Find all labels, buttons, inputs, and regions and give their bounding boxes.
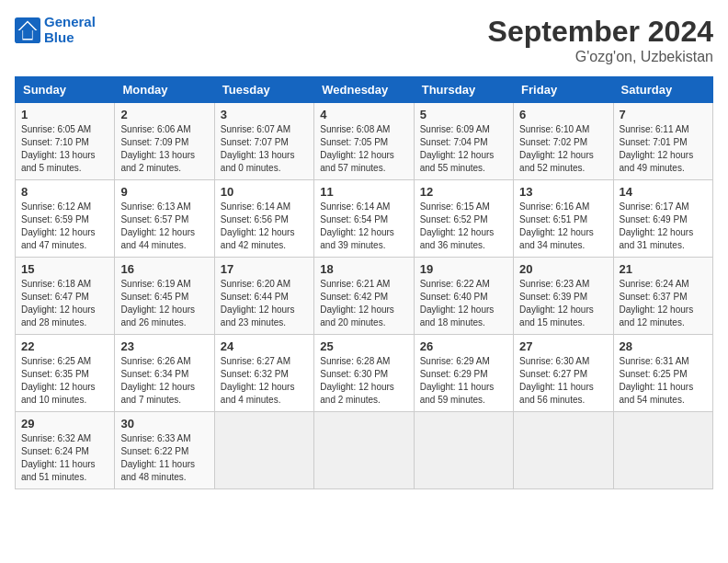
week-row-5: 29 Sunrise: 6:32 AMSunset: 6:24 PMDaylig… [16, 412, 713, 489]
day-number: 7 [620, 108, 707, 121]
day-number: 22 [21, 339, 108, 353]
day-detail: Sunrise: 6:08 AMSunset: 7:05 PMDaylight:… [320, 123, 407, 175]
col-saturday: Saturday [613, 77, 712, 103]
day-number: 21 [620, 262, 707, 276]
day-number: 11 [320, 185, 407, 199]
empty-cell [214, 412, 313, 489]
table-row: 21 Sunrise: 6:24 AMSunset: 6:37 PMDaylig… [613, 258, 712, 335]
day-detail: Sunrise: 6:22 AMSunset: 6:40 PMDaylight:… [420, 278, 507, 329]
table-row: 8 Sunrise: 6:12 AMSunset: 6:59 PMDayligh… [16, 180, 115, 258]
table-row: 2 Sunrise: 6:06 AMSunset: 7:09 PMDayligh… [115, 103, 214, 180]
table-row: 28 Sunrise: 6:31 AMSunset: 6:25 PMDaylig… [613, 335, 712, 412]
table-row: 13 Sunrise: 6:16 AMSunset: 6:51 PMDaylig… [514, 180, 613, 258]
table-row: 26 Sunrise: 6:29 AMSunset: 6:29 PMDaylig… [414, 335, 513, 412]
empty-cell [414, 412, 513, 489]
day-number: 28 [620, 339, 707, 353]
table-row: 29 Sunrise: 6:32 AMSunset: 6:24 PMDaylig… [16, 412, 115, 489]
table-row: 25 Sunrise: 6:28 AMSunset: 6:30 PMDaylig… [314, 335, 414, 412]
day-detail: Sunrise: 6:29 AMSunset: 6:29 PMDaylight:… [420, 355, 507, 407]
day-detail: Sunrise: 6:15 AMSunset: 6:52 PMDaylight:… [420, 201, 507, 252]
day-detail: Sunrise: 6:19 AMSunset: 6:45 PMDaylight:… [120, 278, 208, 329]
day-number: 10 [221, 185, 308, 199]
day-detail: Sunrise: 6:25 AMSunset: 6:35 PMDaylight:… [21, 355, 108, 407]
day-detail: Sunrise: 6:14 AMSunset: 6:56 PMDaylight:… [221, 201, 308, 252]
day-detail: Sunrise: 6:32 AMSunset: 6:24 PMDaylight:… [21, 432, 108, 484]
table-row: 30 Sunrise: 6:33 AMSunset: 6:22 PMDaylig… [115, 412, 214, 489]
day-detail: Sunrise: 6:27 AMSunset: 6:32 PMDaylight:… [221, 355, 308, 407]
day-number: 30 [120, 417, 208, 431]
col-friday: Friday [514, 77, 613, 103]
table-row: 27 Sunrise: 6:30 AMSunset: 6:27 PMDaylig… [514, 335, 613, 412]
week-row-3: 15 Sunrise: 6:18 AMSunset: 6:47 PMDaylig… [16, 258, 713, 335]
week-row-4: 22 Sunrise: 6:25 AMSunset: 6:35 PMDaylig… [16, 335, 713, 412]
logo-icon [15, 17, 40, 43]
day-detail: Sunrise: 6:30 AMSunset: 6:27 PMDaylight:… [519, 355, 607, 407]
table-row: 10 Sunrise: 6:14 AMSunset: 6:56 PMDaylig… [214, 180, 313, 258]
col-tuesday: Tuesday [214, 77, 313, 103]
day-number: 9 [120, 185, 208, 199]
day-number: 14 [620, 185, 707, 199]
empty-cell [314, 412, 414, 489]
day-detail: Sunrise: 6:26 AMSunset: 6:34 PMDaylight:… [120, 355, 208, 407]
page-header: General Blue September 2024 G'ozg'on, Uz… [15, 15, 713, 65]
table-row: 1 Sunrise: 6:05 AMSunset: 7:10 PMDayligh… [16, 103, 115, 180]
day-detail: Sunrise: 6:11 AMSunset: 7:01 PMDaylight:… [620, 123, 707, 175]
day-number: 3 [221, 108, 308, 121]
day-number: 23 [120, 339, 208, 353]
day-number: 13 [519, 185, 607, 199]
day-detail: Sunrise: 6:12 AMSunset: 6:59 PMDaylight:… [21, 201, 108, 252]
table-row: 24 Sunrise: 6:27 AMSunset: 6:32 PMDaylig… [214, 335, 313, 412]
day-number: 2 [120, 108, 208, 121]
day-number: 20 [519, 262, 607, 276]
col-sunday: Sunday [16, 77, 115, 103]
table-row: 4 Sunrise: 6:08 AMSunset: 7:05 PMDayligh… [314, 103, 414, 180]
day-number: 26 [420, 339, 507, 353]
day-detail: Sunrise: 6:17 AMSunset: 6:49 PMDaylight:… [620, 201, 707, 252]
day-number: 15 [21, 262, 108, 276]
table-row: 17 Sunrise: 6:20 AMSunset: 6:44 PMDaylig… [214, 258, 313, 335]
day-number: 29 [21, 417, 108, 431]
calendar-header-row: Sunday Monday Tuesday Wednesday Thursday… [16, 77, 713, 103]
day-detail: Sunrise: 6:06 AMSunset: 7:09 PMDaylight:… [120, 123, 208, 175]
table-row: 23 Sunrise: 6:26 AMSunset: 6:34 PMDaylig… [115, 335, 214, 412]
day-number: 5 [420, 108, 507, 121]
week-row-2: 8 Sunrise: 6:12 AMSunset: 6:59 PMDayligh… [16, 180, 713, 258]
location: G'ozg'on, Uzbekistan [488, 49, 713, 65]
table-row: 5 Sunrise: 6:09 AMSunset: 7:04 PMDayligh… [414, 103, 513, 180]
day-detail: Sunrise: 6:10 AMSunset: 7:02 PMDaylight:… [519, 123, 607, 175]
table-row: 7 Sunrise: 6:11 AMSunset: 7:01 PMDayligh… [613, 103, 712, 180]
table-row: 11 Sunrise: 6:14 AMSunset: 6:54 PMDaylig… [314, 180, 414, 258]
day-detail: Sunrise: 6:21 AMSunset: 6:42 PMDaylight:… [320, 278, 407, 329]
day-detail: Sunrise: 6:24 AMSunset: 6:37 PMDaylight:… [620, 278, 707, 329]
day-detail: Sunrise: 6:07 AMSunset: 7:07 PMDaylight:… [221, 123, 308, 175]
month-title: September 2024 [488, 15, 713, 49]
calendar-table: Sunday Monday Tuesday Wednesday Thursday… [15, 76, 713, 489]
day-detail: Sunrise: 6:23 AMSunset: 6:39 PMDaylight:… [519, 278, 607, 329]
day-detail: Sunrise: 6:20 AMSunset: 6:44 PMDaylight:… [221, 278, 308, 329]
day-number: 19 [420, 262, 507, 276]
title-block: September 2024 G'ozg'on, Uzbekistan [488, 15, 713, 65]
day-detail: Sunrise: 6:31 AMSunset: 6:25 PMDaylight:… [620, 355, 707, 407]
table-row: 19 Sunrise: 6:22 AMSunset: 6:40 PMDaylig… [414, 258, 513, 335]
col-monday: Monday [115, 77, 214, 103]
logo-text: General Blue [44, 15, 96, 45]
day-number: 18 [320, 262, 407, 276]
day-number: 17 [221, 262, 308, 276]
day-number: 1 [21, 108, 108, 121]
table-row: 15 Sunrise: 6:18 AMSunset: 6:47 PMDaylig… [16, 258, 115, 335]
table-row: 9 Sunrise: 6:13 AMSunset: 6:57 PMDayligh… [115, 180, 214, 258]
day-number: 25 [320, 339, 407, 353]
day-number: 24 [221, 339, 308, 353]
day-detail: Sunrise: 6:14 AMSunset: 6:54 PMDaylight:… [320, 201, 407, 252]
col-wednesday: Wednesday [314, 77, 414, 103]
day-number: 4 [320, 108, 407, 121]
table-row: 6 Sunrise: 6:10 AMSunset: 7:02 PMDayligh… [514, 103, 613, 180]
day-detail: Sunrise: 6:28 AMSunset: 6:30 PMDaylight:… [320, 355, 407, 407]
table-row: 3 Sunrise: 6:07 AMSunset: 7:07 PMDayligh… [214, 103, 313, 180]
table-row: 20 Sunrise: 6:23 AMSunset: 6:39 PMDaylig… [514, 258, 613, 335]
week-row-1: 1 Sunrise: 6:05 AMSunset: 7:10 PMDayligh… [16, 103, 713, 180]
day-number: 27 [519, 339, 607, 353]
empty-cell [514, 412, 613, 489]
table-row: 22 Sunrise: 6:25 AMSunset: 6:35 PMDaylig… [16, 335, 115, 412]
col-thursday: Thursday [414, 77, 513, 103]
